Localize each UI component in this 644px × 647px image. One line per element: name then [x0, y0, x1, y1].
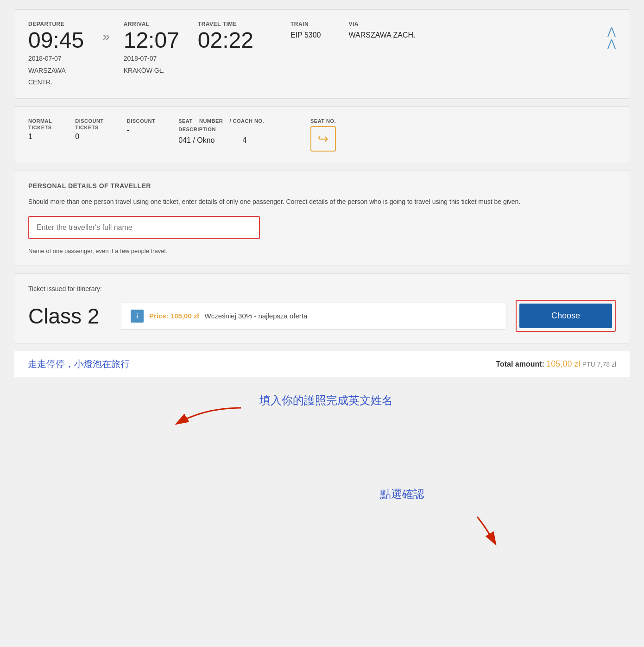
via-label: VIA	[349, 21, 616, 27]
blog-name: 走走停停，小燈泡在旅行	[28, 358, 130, 370]
info-icon: i	[131, 310, 144, 323]
seat-group: SEAT NUMBER / COACH NO. DESCRIPTION 041 …	[178, 118, 616, 152]
annotation-text-1: 填入你的護照完成英文姓名	[259, 393, 393, 408]
seat-icon: ↩	[318, 131, 328, 146]
personal-description: Should more than one person travel using…	[28, 197, 616, 207]
discount-value: 0	[75, 133, 103, 141]
departure-date: 2018-07-07	[28, 54, 84, 63]
promo-text: Wcześniej 30% - najlepsza oferta	[205, 312, 308, 320]
annotation-text-2: 點選確認	[380, 487, 424, 501]
name-hint: Name of one passenger, even if a few peo…	[28, 247, 616, 254]
class-label: Class 2	[28, 304, 112, 329]
departure-column: DEPARTURE 09:45 2018-07-07 WARSZAWA CENT…	[28, 21, 84, 87]
seat-desc-label: SEAT NUMBER / COACH NO.	[178, 118, 264, 124]
price-info-box: i Price: 105,00 zł Wcześniej 30% - najle…	[121, 303, 506, 330]
itinerary-card: Ticket issued for itinerary: Class 2 i P…	[14, 273, 630, 343]
seat-no-label: SEAT NO.	[310, 118, 336, 124]
normal-label: NORMALTICKETS	[28, 118, 52, 131]
arrival-date: 2018-07-07	[124, 54, 179, 63]
arrival-station: KRAKÓW GŁ.	[124, 66, 179, 76]
seat-desc-sub: DESCRIPTION	[178, 126, 264, 133]
name-input-wrapper	[28, 216, 260, 239]
train-label: TRAIN	[290, 21, 321, 27]
discount2-col: DISCOUNT -	[127, 118, 155, 134]
travel-time-label: TRAVEL TIME	[198, 21, 253, 27]
traveller-name-input[interactable]	[28, 216, 260, 239]
choose-button-wrapper: Choose	[516, 300, 616, 332]
itinerary-top-label: Ticket issued for itinerary:	[28, 285, 616, 292]
travel-time-value: 02:22	[198, 29, 253, 51]
tickets-card: NORMALTICKETS 1 DISCOUNTTICKETS 0 DISCOU…	[14, 106, 630, 163]
discount2-value: -	[127, 126, 155, 134]
departure-card: DEPARTURE 09:45 2018-07-07 WARSZAWA CENT…	[14, 9, 630, 99]
seat-desc-value: 041 / Okno	[178, 136, 215, 145]
seat-icon-box: ↩	[310, 126, 336, 152]
discount-tickets-col: DISCOUNTTICKETS 0	[75, 118, 103, 141]
via-column: VIA WARSZAWA ZACH.	[349, 21, 616, 40]
departure-station-2: CENTR.	[28, 78, 84, 87]
normal-value: 1	[28, 133, 52, 141]
train-number: EIP 5300	[290, 30, 321, 40]
price-text: Price: 105,00 zł	[149, 312, 199, 320]
total-label: Total amount:	[496, 360, 544, 368]
discount-label: DISCOUNTTICKETS	[75, 118, 103, 131]
direction-arrow: »	[102, 29, 110, 44]
annotation-arrow-2	[440, 514, 514, 552]
arrival-column: ARRIVAL 12:07 2018-07-07 KRAKÓW GŁ.	[124, 21, 179, 75]
arrival-time: 12:07	[124, 29, 179, 51]
seat-desc-col: SEAT NUMBER / COACH NO. DESCRIPTION 041 …	[178, 118, 264, 152]
collapse-icon[interactable]: ⋀⋀	[607, 25, 616, 50]
footer-bar: 走走停停，小燈泡在旅行 Total amount: 105,00 zł PTU …	[14, 351, 630, 377]
departure-label: DEPARTURE	[28, 21, 84, 27]
departure-time: 09:45	[28, 29, 84, 51]
departure-station-1: WARSZAWA	[28, 66, 84, 76]
personal-details-card: PERSONAL DETAILS OF TRAVELLER Should mor…	[14, 171, 630, 266]
total-amount: 105,00 zł	[546, 359, 580, 368]
total-amount-area: Total amount: 105,00 zł PTU 7,78 zł	[496, 359, 616, 369]
annotation-arrow-1	[167, 403, 250, 431]
train-column: TRAIN EIP 5300	[290, 21, 321, 40]
personal-section-title: PERSONAL DETAILS OF TRAVELLER	[28, 182, 616, 190]
discount2-label: DISCOUNT	[127, 118, 155, 124]
via-station: WARSZAWA ZACH.	[349, 30, 616, 40]
travel-time-column: TRAVEL TIME 02:22	[198, 21, 253, 51]
ptu-value: PTU 7,78 zł	[582, 361, 616, 368]
seat-no-col: SEAT NO. ↩	[310, 118, 336, 152]
normal-tickets-col: NORMALTICKETS 1	[28, 118, 52, 141]
number-value: 4	[242, 136, 246, 145]
choose-button[interactable]: Choose	[519, 304, 612, 328]
arrival-label: ARRIVAL	[124, 21, 179, 27]
